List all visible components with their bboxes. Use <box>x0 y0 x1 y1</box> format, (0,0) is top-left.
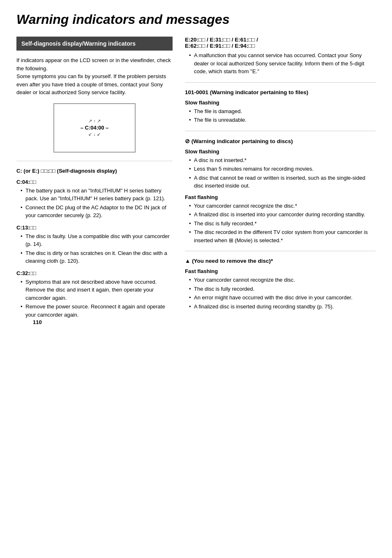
list-item: The disc is faulty. Use a compatible dis… <box>21 232 173 248</box>
slow-flash-heading-files: Slow flashing <box>185 100 376 106</box>
warning-discs-heading: ⊘ (Warning indicator pertaining to discs… <box>185 138 376 144</box>
eject-icon: ▲ <box>185 258 190 264</box>
fast-flash-heading-remove: Fast flashing <box>185 268 376 274</box>
code-c13-list: The disc is faulty. Use a compatible dis… <box>16 232 173 265</box>
divider-4 <box>185 251 376 251</box>
list-item: Your camcorder cannot recognize the disc… <box>189 202 376 210</box>
e-codes-section: E:20:□□ / E:31:□□ / E:61:□□ /E:62:□□ / E… <box>185 37 376 76</box>
list-item: Symptoms that are not described above ha… <box>21 278 173 302</box>
slow-flash-files-list: The file is damaged. The file is unreada… <box>185 107 376 124</box>
slow-flash-discs-list: A disc is not inserted.* Less than 5 min… <box>185 156 376 190</box>
lcd-code: – C:04:00 – <box>81 125 109 131</box>
list-item: The file is damaged. <box>189 107 376 116</box>
list-item: The disc is fully recorded.* <box>189 220 376 228</box>
list-item: The disc recorded in the different TV co… <box>189 228 376 244</box>
self-diagnosis-heading: C: (or E:) □□:□□ (Self-diagnosis display… <box>16 168 173 174</box>
fast-flash-discs-list: Your camcorder cannot recognize the disc… <box>185 202 376 245</box>
list-item: A disc that cannot be read or written is… <box>189 174 376 190</box>
divider-1 <box>16 161 173 161</box>
lcd-diagram: ↗ ↑ ↗ – C:04:00 – ↙ ↓ ↙ <box>53 103 136 153</box>
page-number: 110 <box>33 319 42 325</box>
slow-flash-heading-discs: Slow flashing <box>185 148 376 155</box>
disc-icon: ⊘ <box>185 138 190 144</box>
right-column: E:20:□□ / E:31:□□ / E:61:□□ /E:62:□□ / E… <box>185 37 376 313</box>
fast-flash-remove-list: Your camcorder cannot recognize the disc… <box>185 276 376 310</box>
code-c32-heading: C:32:□□ <box>16 270 173 276</box>
divider-2 <box>185 82 376 83</box>
list-item: The disc is dirty or has scratches on it… <box>21 249 173 265</box>
remove-disc-section: ▲ (You need to remove the disc)* Fast fl… <box>185 258 376 310</box>
list-item: The file is unreadable. <box>189 116 376 124</box>
list-item: Connect the DC plug of the AC Adaptor to… <box>21 204 173 220</box>
remove-disc-heading: ▲ (You need to remove the disc)* <box>185 258 376 264</box>
divider-3 <box>185 131 376 131</box>
list-item: A disc is not inserted.* <box>189 156 376 164</box>
warning-files-heading: 101-0001 (Warning indicator pertaining t… <box>185 89 376 95</box>
list-item: Your camcorder cannot recognize the disc… <box>189 276 376 284</box>
list-item: A malfunction that you cannot service ha… <box>189 51 376 76</box>
fast-flash-heading-discs: Fast flashing <box>185 194 376 200</box>
list-item: Less than 5 minutes remains for recordin… <box>189 165 376 173</box>
section-header: Self-diagnosis display/Warning indicator… <box>16 37 173 51</box>
list-item: The disc is fully recorded. <box>189 285 376 293</box>
list-item: An error might have occurred with the di… <box>189 294 376 302</box>
lcd-arrows-bottom: ↙ ↓ ↙ <box>81 132 109 137</box>
e-codes-heading: E:20:□□ / E:31:□□ / E:61:□□ /E:62:□□ / E… <box>185 37 376 49</box>
intro-text: If indicators appear on the LCD screen o… <box>16 56 173 97</box>
warning-files-section: 101-0001 (Warning indicator pertaining t… <box>185 89 376 124</box>
code-c32-list: Symptoms that are not described above ha… <box>16 278 173 319</box>
code-c04-heading: C:04:□□ <box>16 179 173 185</box>
e-codes-list: A malfunction that you cannot service ha… <box>185 51 376 76</box>
code-c04-list: The battery pack is not an "InfoLITHIUM"… <box>16 187 173 220</box>
warning-discs-section: ⊘ (Warning indicator pertaining to discs… <box>185 138 376 245</box>
list-item: A finalized disc is inserted into your c… <box>189 211 376 219</box>
lcd-arrows-top: ↗ ↑ ↗ <box>81 118 109 124</box>
list-item: Remove the power source. Reconnect it ag… <box>21 303 173 319</box>
left-column: Self-diagnosis display/Warning indicator… <box>16 37 173 321</box>
code-c13-heading: C:13:□□ <box>16 225 173 231</box>
list-item: A finalized disc is inserted during reco… <box>189 303 376 311</box>
page-title: Warning indicators and messages <box>16 12 376 27</box>
list-item: The battery pack is not an "InfoLITHIUM"… <box>21 187 173 203</box>
